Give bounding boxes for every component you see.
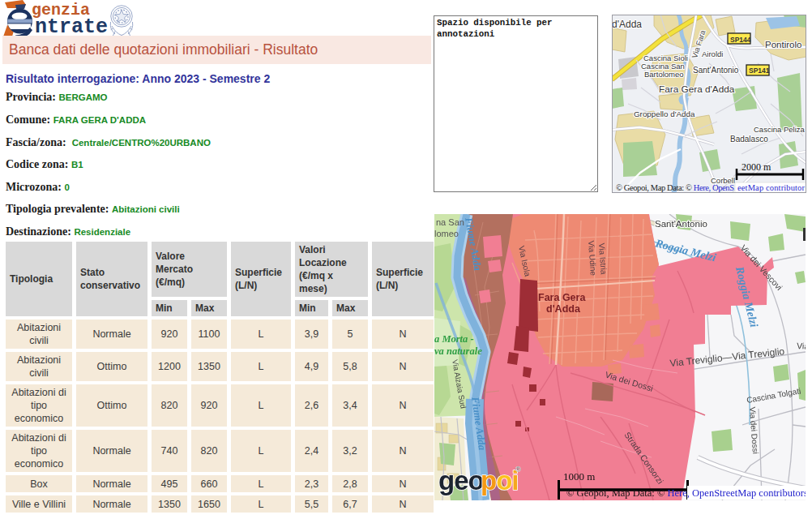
- svg-text:Cascina Peliza: Cascina Peliza: [754, 125, 806, 134]
- svg-text:SP141: SP141: [749, 66, 770, 75]
- svg-text:lomeo: lomeo: [434, 229, 459, 238]
- svg-text:poi: poi: [481, 465, 519, 495]
- svg-text:va naturale: va naturale: [434, 345, 482, 357]
- svg-text:na San: na San: [436, 217, 464, 227]
- svg-text:geo: geo: [438, 465, 484, 495]
- svg-text:Groppello d'Adda: Groppello d'Adda: [634, 109, 695, 118]
- svg-text:Pontirolo: Pontirolo: [765, 40, 801, 49]
- svg-text:Sant'Antonio: Sant'Antonio: [655, 219, 707, 229]
- svg-text:© Geopoi, Map Data: © Here, Op: © Geopoi, Map Data: © Here, OpenS: [616, 183, 734, 192]
- svg-text:Airoldi: Airoldi: [702, 49, 723, 58]
- svg-text:SP144: SP144: [730, 36, 751, 44]
- svg-text:Via: Via: [797, 341, 806, 351]
- svg-text:d'Adda: d'Adda: [612, 19, 642, 30]
- svg-text:eetMap contributor: eetMap contributor: [737, 183, 806, 192]
- svg-text:2000 m: 2000 m: [741, 161, 771, 173]
- svg-text:Sant'Antonio: Sant'Antonio: [693, 66, 739, 75]
- svg-text:© Geopoi, Map Data: © Here, Op: © Geopoi, Map Data: © Here, OpenStreetMa…: [566, 487, 806, 499]
- svg-text:Bartolomeo: Bartolomeo: [644, 70, 684, 79]
- svg-text:d'Adda: d'Adda: [546, 303, 581, 315]
- svg-text:Badalasco: Badalasco: [730, 135, 768, 144]
- svg-text:Fara Gera d'Adda: Fara Gera d'Adda: [659, 84, 735, 95]
- svg-text:a Morta -: a Morta -: [434, 333, 474, 345]
- svg-text:1000 m: 1000 m: [563, 470, 595, 483]
- svg-text:Fara Gera: Fara Gera: [538, 292, 586, 303]
